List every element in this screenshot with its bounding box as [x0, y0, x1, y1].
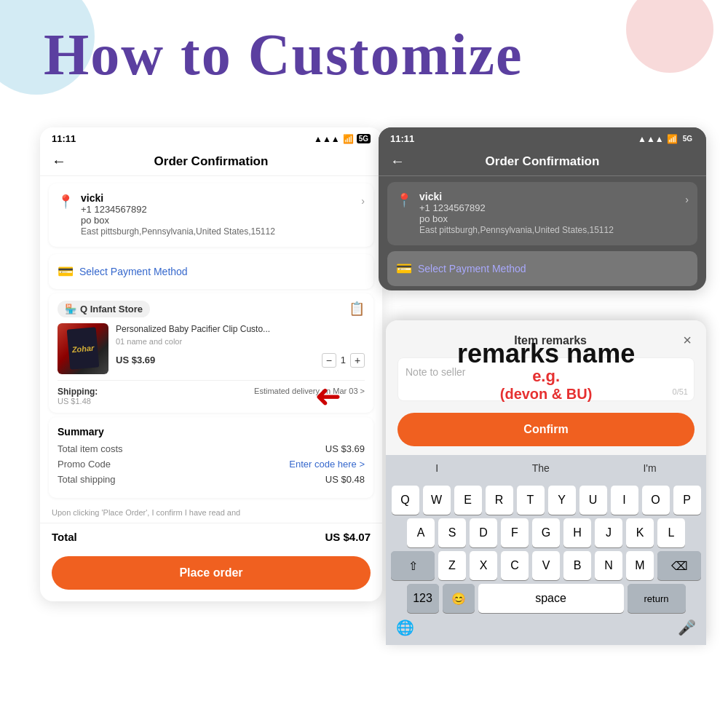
key-n[interactable]: N	[595, 551, 622, 580]
key-p[interactable]: P	[673, 486, 701, 515]
remarks-close-button[interactable]: ×	[683, 332, 692, 349]
remarks-textarea[interactable]: Note to seller 0/51	[397, 357, 695, 401]
nav-title-right: Order Confirmation	[405, 154, 680, 169]
suggestion-im[interactable]: I'm	[634, 459, 665, 477]
address-detail-left: East pittsburgh,Pennsylvania,United Stat…	[81, 226, 354, 238]
address-detail-right: East pittsburgh,Pennsylvania,United Stat…	[419, 224, 678, 237]
key-w[interactable]: W	[423, 486, 451, 515]
remarks-placeholder: Note to seller	[405, 366, 465, 378]
status-bar-left: 11:11 ▲▲▲ 📶 5G	[40, 127, 382, 147]
key-g[interactable]: G	[532, 518, 560, 547]
remarks-header: Item remarks ×	[386, 320, 706, 357]
address-section-left[interactable]: 📍 vicki +1 1234567892 po box East pittsb…	[49, 183, 373, 247]
address-info-left: vicki +1 1234567892 po box East pittsbur…	[81, 192, 354, 238]
payment-section-right[interactable]: 💳 Select Payment Method	[387, 251, 697, 286]
shipping-total-label: Total shipping	[58, 474, 116, 485]
status-bar-right: 11:11 ▲▲▲ 📶 5G	[379, 127, 706, 147]
summary-promo[interactable]: Promo Code Enter code here >	[58, 459, 365, 470]
key-l[interactable]: L	[657, 518, 685, 547]
key-q[interactable]: Q	[392, 486, 419, 515]
summary-title: Summary	[58, 426, 365, 438]
keyboard-row-3: ⇧ Z X C V B N M ⌫	[389, 551, 703, 580]
total-row: Total US $4.07	[40, 523, 382, 550]
total-value: US $4.07	[325, 531, 371, 543]
key-z[interactable]: Z	[438, 551, 466, 580]
key-backspace[interactable]: ⌫	[657, 551, 701, 580]
5g-icon-right: 5G	[681, 134, 695, 143]
product-img-inner: Zohar	[67, 328, 100, 370]
promo-label: Promo Code	[58, 459, 111, 470]
key-r[interactable]: R	[486, 486, 513, 515]
shipping-estimate: Estimated delivery on Mar 03 >	[254, 387, 365, 405]
key-k[interactable]: K	[626, 518, 654, 547]
product-qty: − 1 +	[322, 353, 365, 368]
page-title: How to Customize	[44, 22, 523, 88]
address-phone-left: +1 1234567892	[81, 204, 354, 215]
red-arrow: ➜	[314, 377, 341, 414]
key-c[interactable]: C	[501, 551, 529, 580]
key-space[interactable]: space	[478, 584, 624, 613]
globe-icon[interactable]: 🌐	[396, 619, 414, 636]
item-costs-value: US $3.69	[325, 443, 365, 454]
key-e[interactable]: E	[454, 486, 482, 515]
nav-title-left: Order Confirmation	[66, 154, 356, 169]
confirm-button[interactable]: Confirm	[397, 413, 695, 446]
key-123[interactable]: 123	[407, 584, 439, 613]
keyboard-globe-row: 🌐 🎤	[389, 616, 703, 641]
suggestion-i[interactable]: I	[427, 459, 447, 477]
key-y[interactable]: Y	[548, 486, 576, 515]
location-icon-left: 📍	[58, 194, 74, 210]
back-button-right[interactable]: ←	[390, 153, 405, 170]
keyboard: Q W E R T Y U I O P A S D F G H J K L ⇧ …	[386, 481, 706, 645]
address-name-left: vicki	[81, 192, 354, 204]
key-return[interactable]: return	[628, 584, 686, 613]
store-name-left[interactable]: 🏪 Q Infant Store	[58, 301, 150, 317]
address-section-right[interactable]: 📍 vicki +1 1234567892 po box East pittsb…	[387, 182, 697, 245]
payment-icon-right: 💳	[396, 261, 412, 277]
key-a[interactable]: A	[407, 518, 435, 547]
promo-value[interactable]: Enter code here >	[289, 459, 365, 470]
shipping-label: Shipping:	[58, 387, 98, 397]
key-shift[interactable]: ⇧	[391, 551, 435, 580]
microphone-icon[interactable]: 🎤	[678, 619, 696, 636]
key-b[interactable]: B	[563, 551, 591, 580]
address-chevron-left: ›	[361, 195, 365, 207]
wifi-icon: 📶	[343, 134, 354, 144]
key-j[interactable]: J	[595, 518, 622, 547]
store-icon: 🏪	[65, 304, 76, 314]
time-right: 11:11	[390, 133, 414, 144]
key-d[interactable]: D	[470, 518, 497, 547]
back-button-left[interactable]: ←	[52, 153, 66, 170]
payment-icon-left: 💳	[58, 264, 74, 280]
qty-increase[interactable]: +	[350, 353, 365, 368]
key-emoji[interactable]: 😊	[443, 584, 475, 613]
key-s[interactable]: S	[438, 518, 466, 547]
qty-decrease[interactable]: −	[322, 353, 336, 368]
key-u[interactable]: U	[579, 486, 607, 515]
phone-right: 11:11 ▲▲▲ 📶 5G ← Order Confirmation 📍 vi…	[379, 127, 706, 290]
location-icon-right: 📍	[396, 192, 412, 208]
key-h[interactable]: H	[563, 518, 591, 547]
wifi-icon-right: 📶	[667, 134, 678, 144]
key-t[interactable]: T	[517, 486, 545, 515]
product-info: Personalized Baby Pacifier Clip Custo...…	[116, 323, 365, 368]
key-x[interactable]: X	[470, 551, 497, 580]
shipping-total-value: US $0.48	[325, 474, 365, 485]
suggestion-the[interactable]: The	[523, 459, 558, 477]
keyboard-bottom-row: 123 😊 space return	[389, 584, 703, 613]
key-i[interactable]: I	[611, 486, 638, 515]
address-chevron-right: ›	[685, 194, 689, 205]
payment-section-left[interactable]: 💳 Select Payment Method	[49, 254, 373, 289]
key-o[interactable]: O	[642, 486, 670, 515]
key-v[interactable]: V	[532, 551, 560, 580]
key-f[interactable]: F	[501, 518, 529, 547]
5g-icon: 5G	[357, 134, 371, 143]
total-label: Total	[52, 531, 77, 543]
place-order-button[interactable]: Place order	[52, 556, 371, 590]
qty-value: 1	[341, 355, 346, 365]
remarks-char-count: 0/51	[673, 387, 688, 396]
product-name: Personalized Baby Pacifier Clip Custo...	[116, 323, 365, 336]
payment-label-right: Select Payment Method	[418, 263, 526, 274]
note-icon[interactable]: 📋	[349, 301, 365, 317]
key-m[interactable]: M	[626, 551, 654, 580]
